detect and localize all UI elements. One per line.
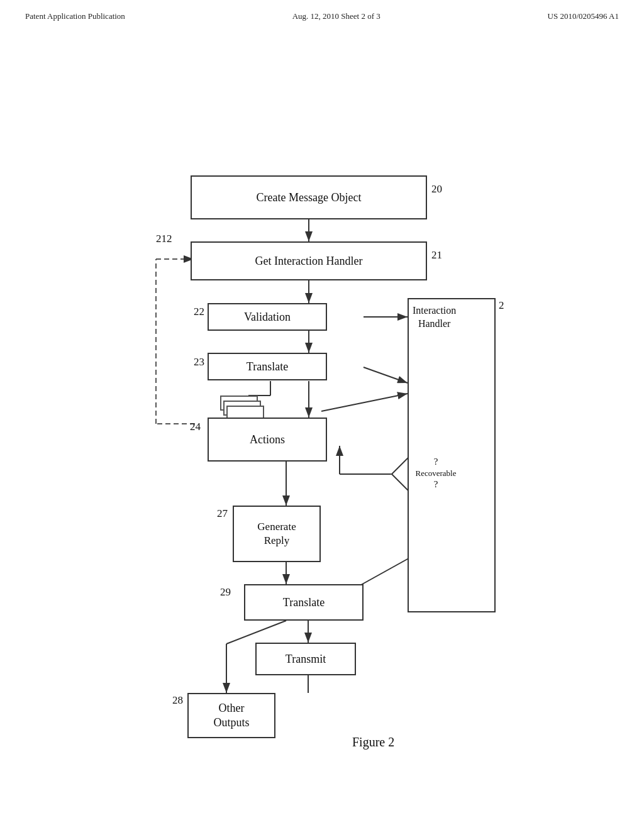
label-28: 28 bbox=[172, 694, 183, 707]
generate-reply-box: Generate Reply bbox=[233, 506, 321, 562]
label-24: 24 bbox=[190, 421, 201, 433]
figure-label: Figure 2 bbox=[352, 735, 394, 750]
validation-box: Validation bbox=[208, 303, 327, 331]
translate-out-box: Translate bbox=[244, 584, 364, 621]
label-21: 21 bbox=[431, 249, 442, 262]
header-right: US 2010/0205496 A1 bbox=[548, 11, 619, 21]
label-22: 22 bbox=[194, 306, 204, 318]
transmit-box: Transmit bbox=[255, 643, 356, 675]
interaction-handler-box: Interaction Handler bbox=[408, 298, 496, 612]
label-20: 20 bbox=[431, 183, 442, 196]
diagram-area: Create Message Object 20 Get Interaction… bbox=[0, 34, 644, 788]
svg-line-17 bbox=[321, 394, 408, 411]
header-center: Aug. 12, 2010 Sheet 2 of 3 bbox=[292, 11, 380, 21]
label-212: 212 bbox=[156, 233, 172, 245]
svg-line-6 bbox=[364, 367, 408, 383]
get-interaction-box: Get Interaction Handler bbox=[191, 241, 427, 280]
label-29: 29 bbox=[220, 586, 231, 599]
other-outputs-box: Other Outputs bbox=[187, 693, 275, 738]
actions-box: Actions bbox=[208, 418, 327, 462]
page-header: Patent Application Publication Aug. 12, … bbox=[0, 0, 644, 21]
header-left: Patent Application Publication bbox=[25, 11, 125, 21]
create-message-box: Create Message Object bbox=[191, 175, 427, 219]
svg-line-21 bbox=[226, 621, 286, 644]
label-27: 27 bbox=[217, 507, 228, 520]
translate-in-box: Translate bbox=[208, 353, 327, 380]
label-2: 2 bbox=[499, 299, 504, 312]
label-23: 23 bbox=[194, 356, 204, 368]
connectors-svg bbox=[0, 34, 644, 788]
